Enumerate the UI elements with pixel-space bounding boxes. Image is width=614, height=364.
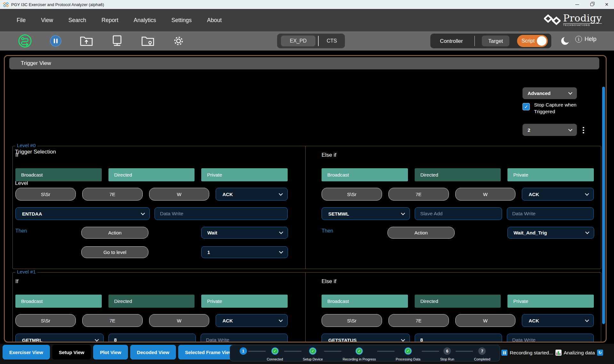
chip-button[interactable]: S\Sr — [322, 188, 382, 201]
chevron-down-icon — [401, 337, 405, 342]
frame-type-broadcast-button[interactable]: Broadcast — [15, 168, 102, 181]
target-button[interactable]: Target — [482, 36, 509, 46]
chevron-down-icon — [279, 249, 283, 254]
go-to-level-button[interactable]: Go to level — [81, 246, 148, 258]
tab-exerciser-view[interactable]: Exerciser View — [3, 345, 50, 360]
trigger-view-header: Trigger View — [9, 57, 599, 69]
step-check-icon: ✓ — [404, 347, 412, 355]
ccc-command-dropdown[interactable]: GETMRL — [15, 334, 104, 343]
action-button[interactable]: Action — [387, 227, 455, 239]
chip-button[interactable]: 7E — [82, 188, 143, 201]
menu-item-report[interactable]: Report — [101, 14, 118, 26]
ack-dropdown[interactable]: ACK — [216, 188, 288, 201]
menu-item-view[interactable]: View — [41, 14, 53, 26]
mode-tab-group: EX_PD CTS — [277, 34, 345, 48]
chevron-down-icon — [585, 318, 589, 322]
dark-mode-icon[interactable] — [561, 36, 570, 47]
step-number: 1 — [240, 347, 247, 355]
recording-status-text: Recording started... — [510, 350, 553, 356]
chip-button[interactable]: S\Sr — [322, 314, 382, 327]
ack-dropdown[interactable]: ACK — [522, 314, 594, 327]
ccc-command-dropdown[interactable]: GETSTATUS — [322, 334, 410, 343]
ccc-command-dropdown[interactable]: SETMWL — [322, 207, 410, 220]
then-row: Go to level1 — [15, 246, 288, 258]
step-recording-in-progress: ✓Recording in Progress — [343, 347, 376, 361]
value-input[interactable]: Data Write — [155, 207, 288, 220]
value-input[interactable]: 8 — [108, 334, 195, 343]
step-connector — [248, 351, 266, 352]
pause-icon[interactable] — [48, 34, 63, 48]
sync-icon[interactable]: ↻ — [597, 350, 603, 356]
brand-name: Prodigy — [563, 13, 602, 23]
tab-setup-view[interactable]: Setup View — [52, 345, 91, 360]
ack-dropdown[interactable]: ACK — [522, 188, 594, 201]
frame-type-broadcast-button[interactable]: Broadcast — [322, 168, 408, 181]
trigger-mode-dropdown[interactable]: Advanced — [522, 87, 577, 99]
chip-button[interactable]: 7E — [388, 188, 449, 201]
monitor-icon[interactable] — [110, 34, 124, 48]
menu-item-file[interactable]: File — [17, 14, 26, 26]
value-input[interactable]: Data Write — [201, 334, 288, 343]
ack-dropdown[interactable]: ACK — [216, 314, 288, 327]
frame-type-broadcast-button[interactable]: Broadcast — [322, 295, 408, 308]
step-connected: ✓Connected — [267, 347, 283, 361]
chip-button[interactable]: S\Sr — [15, 314, 76, 327]
chip-button[interactable]: S\Sr — [15, 188, 76, 201]
menu-item-about[interactable]: About — [207, 14, 222, 26]
step-check-icon: ✓ — [271, 347, 279, 355]
frame-type-directed-button[interactable]: Directed — [108, 295, 195, 308]
condition-label: Else if — [322, 278, 336, 285]
recording-pause-icon[interactable] — [501, 350, 507, 356]
then-action-dropdown[interactable]: Wait — [201, 227, 288, 239]
frame-type-directed-button[interactable]: Directed — [108, 168, 195, 181]
chip-button[interactable]: 7E — [388, 314, 449, 327]
then-action-dropdown[interactable]: 1 — [201, 246, 288, 258]
frame-type-private-button[interactable]: Private — [201, 295, 288, 308]
tab-ex-pd[interactable]: EX_PD — [281, 36, 315, 46]
ccc-command-dropdown[interactable]: ENTDAA — [15, 207, 150, 220]
frame-type-private-button[interactable]: Private — [507, 168, 594, 181]
folder-upload-icon[interactable] — [79, 34, 94, 48]
help-button[interactable]: i Help — [575, 36, 596, 43]
chip-button[interactable]: W — [455, 188, 516, 201]
tab-cts[interactable]: CTS — [319, 38, 345, 44]
run-icon[interactable] — [18, 34, 32, 48]
value-input[interactable]: 8 — [415, 334, 502, 343]
stop-capture-checkbox[interactable]: ✓ — [522, 103, 530, 110]
folder-pin-icon[interactable] — [140, 34, 155, 48]
menu-item-search[interactable]: Search — [68, 14, 86, 26]
value-input[interactable]: Slave Add — [415, 207, 502, 220]
if-column: IfBroadcastDirectedPrivateS\Sr7EWACKENTD… — [15, 146, 288, 269]
value-input[interactable]: Data Write — [507, 334, 594, 343]
chip-button[interactable]: W — [149, 314, 210, 327]
frame-type-private-button[interactable]: Private — [507, 295, 594, 308]
chip-button[interactable]: 7E — [82, 314, 143, 327]
action-button[interactable]: Action — [81, 227, 148, 239]
frame-type-directed-button[interactable]: Directed — [415, 295, 501, 308]
level-options-kebab-icon[interactable] — [583, 126, 584, 134]
menu-item-settings[interactable]: Settings — [171, 14, 192, 26]
chip-button[interactable]: W — [149, 188, 210, 201]
chip-button[interactable]: W — [455, 314, 516, 327]
window-title: PGY I3C Exerciser and Protocol Analyzer … — [11, 2, 104, 7]
frame-type-directed-button[interactable]: Directed — [415, 168, 501, 181]
frame-type-private-button[interactable]: Private — [201, 168, 288, 181]
gear-icon[interactable] — [171, 34, 186, 48]
tab-decoded-view[interactable]: Decoded View — [130, 345, 176, 360]
maximize-button[interactable] — [585, 0, 599, 9]
controller-label[interactable]: Controller — [440, 38, 463, 44]
step-check-icon: ✓ — [355, 347, 363, 355]
step-stop-run: 6Stop Run — [440, 347, 454, 361]
chevron-down-icon — [141, 211, 145, 215]
frame-type-broadcast-button[interactable]: Broadcast — [15, 295, 102, 308]
close-button[interactable]: ✕ — [599, 0, 614, 9]
value-input[interactable]: Data Write — [507, 207, 594, 220]
vertical-scrollbar[interactable] — [602, 87, 605, 324]
then-action-dropdown[interactable]: Wait_And_Trig — [507, 227, 594, 239]
script-toggle[interactable]: Script — [517, 35, 548, 47]
minimize-button[interactable] — [570, 0, 585, 9]
menu-item-analytics[interactable]: Analytics — [134, 14, 156, 26]
app-logo-icon — [3, 2, 9, 7]
tab-plot-view[interactable]: Plot View — [93, 345, 128, 360]
level-dropdown[interactable]: 2 — [522, 124, 577, 136]
